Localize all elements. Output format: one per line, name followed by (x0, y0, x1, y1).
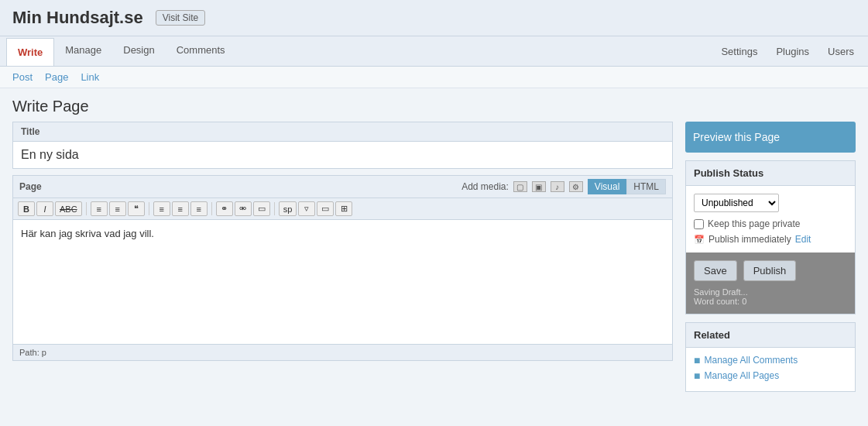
tab-visual[interactable]: Visual (588, 179, 626, 194)
schedule-row: 📅 Publish immediately Edit (694, 234, 847, 245)
sidebar: Preview this Page Publish Status Unpubli… (685, 122, 856, 392)
nav-settings[interactable]: Settings (713, 38, 765, 65)
path-label: Path: (19, 348, 39, 357)
saving-status: Saving Draft... Word count: 0 (694, 287, 748, 306)
main-content: Title Page Add media: ▢ ▣ ♪ ⚙ Visual HTM… (0, 122, 868, 404)
unordered-list-button[interactable]: ≡ (91, 201, 108, 216)
tab-html[interactable]: HTML (626, 179, 666, 194)
toolbar-sep-4 (274, 202, 275, 215)
related-box: Related ■ Manage All Comments ■ Manage A… (685, 322, 856, 392)
nav-right: Settings Plugins Users (713, 38, 862, 65)
visit-site-button[interactable]: Visit Site (156, 10, 205, 26)
publish-button[interactable]: Publish (743, 260, 797, 281)
editor-area: Title Page Add media: ▢ ▣ ♪ ⚙ Visual HTM… (12, 122, 673, 361)
align-right-button[interactable]: ≡ (190, 201, 208, 216)
align-center-button[interactable]: ≡ (172, 201, 189, 216)
view-tabs: Visual HTML (588, 179, 666, 194)
manage-comments-link[interactable]: Manage All Comments (704, 355, 798, 366)
title-box: Title (12, 122, 673, 169)
sub-nav-link[interactable]: Link (81, 71, 99, 83)
word-count-text: Word count: 0 (694, 297, 748, 306)
publish-box: Publish Status Unpublished Published Dra… (685, 160, 856, 314)
keep-private-label: Keep this page private (708, 218, 800, 229)
keep-private-row: Keep this page private (694, 218, 847, 229)
page-label: Page (19, 181, 42, 192)
nav-bar: Write Manage Design Comments Settings Pl… (0, 36, 868, 67)
sub-nav: Post Page Link (0, 67, 868, 88)
kitchen-sink-button[interactable]: ⊞ (335, 201, 352, 216)
format-toolbar: B I ABC ≡ ≡ ❝ ≡ ≡ ≡ ⚭ ⚮ ▭ sp ▿ ▭ ⊞ (13, 198, 672, 220)
bullet-icon: ■ (694, 354, 700, 366)
related-body: ■ Manage All Comments ■ Manage All Pages (686, 348, 855, 391)
nav-left: Write Manage Design Comments (6, 36, 236, 66)
ordered-list-button[interactable]: ≡ (109, 201, 126, 216)
link-button[interactable]: ⚭ (216, 201, 233, 216)
publish-status-header: Publish Status (686, 161, 855, 186)
status-select[interactable]: Unpublished Published Draft (694, 194, 779, 212)
related-header: Related (686, 323, 855, 348)
nav-users[interactable]: Users (820, 38, 862, 65)
save-button[interactable]: Save (694, 260, 737, 281)
sub-nav-post[interactable]: Post (12, 71, 33, 83)
calendar-icon: 📅 (694, 235, 705, 245)
toolbar-sep-3 (211, 202, 212, 215)
media-embed-icon[interactable]: ⚙ (569, 181, 583, 192)
title-input[interactable] (13, 142, 672, 168)
publish-immediately-label: Publish immediately (708, 234, 791, 245)
media-audio-icon[interactable]: ♪ (551, 181, 564, 192)
editor-content[interactable]: Här kan jag skriva vad jag vill. (13, 220, 672, 344)
media-gallery-icon[interactable]: ▣ (532, 181, 546, 192)
preview-page-button[interactable]: Preview this Page (685, 122, 856, 153)
content-toolbar-top: Page Add media: ▢ ▣ ♪ ⚙ Visual HTML (13, 176, 672, 198)
saving-draft-text: Saving Draft... (694, 287, 748, 297)
nav-write[interactable]: Write (6, 38, 54, 66)
blockquote-button[interactable]: ❝ (128, 201, 145, 216)
toolbar-sep-2 (149, 202, 149, 215)
path-value: p (42, 348, 46, 357)
publish-buttons: Save Publish (694, 260, 796, 281)
site-title: Min Hundsajt.se (12, 8, 143, 28)
toolbar-sep-1 (86, 202, 87, 215)
nav-plugins[interactable]: Plugins (768, 38, 817, 65)
more-button[interactable]: ▭ (253, 201, 270, 216)
content-box: Page Add media: ▢ ▣ ♪ ⚙ Visual HTML B I (12, 175, 673, 361)
nav-comments[interactable]: Comments (166, 36, 236, 66)
sub-nav-page[interactable]: Page (45, 71, 68, 83)
italic-button[interactable]: I (36, 201, 53, 216)
edit-schedule-link[interactable]: Edit (795, 234, 811, 245)
dropdown-button[interactable]: ▿ (298, 201, 315, 216)
manage-pages-link[interactable]: Manage All Pages (704, 370, 779, 381)
media-controls: Add media: ▢ ▣ ♪ ⚙ Visual HTML (461, 179, 666, 194)
insert-button[interactable]: ▭ (317, 201, 334, 216)
bullet-icon: ■ (694, 369, 700, 382)
strikethrough-button[interactable]: ABC (55, 201, 82, 216)
related-item: ■ Manage All Comments (694, 354, 847, 366)
nav-manage[interactable]: Manage (54, 36, 112, 66)
bold-button[interactable]: B (18, 201, 35, 216)
spellcheck-button[interactable]: sp (279, 201, 297, 216)
top-header: Min Hundsajt.se Visit Site (0, 0, 868, 36)
media-image-icon[interactable]: ▢ (513, 181, 527, 192)
path-bar: Path: p (13, 344, 672, 360)
keep-private-checkbox[interactable] (694, 219, 704, 229)
add-media-label: Add media: (461, 181, 509, 192)
unlink-button[interactable]: ⚮ (235, 201, 252, 216)
title-label: Title (13, 122, 672, 142)
publish-box-body: Unpublished Published Draft Keep this pa… (686, 186, 855, 253)
page-title: Write Page (12, 98, 856, 115)
related-item: ■ Manage All Pages (694, 369, 847, 382)
publish-actions: Save Publish Saving Draft... Word count:… (686, 253, 855, 314)
align-left-button[interactable]: ≡ (153, 201, 170, 216)
page-title-area: Write Page (0, 88, 868, 122)
nav-design[interactable]: Design (112, 36, 165, 66)
